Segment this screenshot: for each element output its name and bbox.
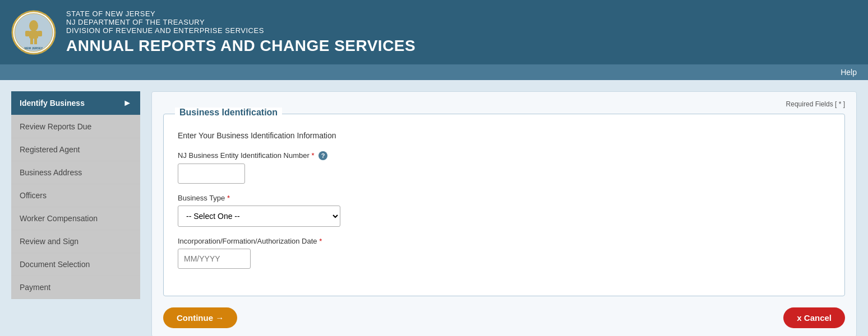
incorporation-date-label: Incorporation/Formation/Authorization Da… bbox=[178, 237, 830, 245]
sidebar-arrow-identify-business: ► bbox=[123, 98, 132, 108]
sidebar-label-worker-compensation: Worker Compensation bbox=[20, 214, 98, 223]
header-text: State of New Jersey NJ Department of the… bbox=[66, 10, 415, 55]
help-bar: Help bbox=[0, 64, 868, 80]
card-subtitle: Enter Your Business Identification Infor… bbox=[178, 131, 830, 140]
sidebar-item-payment[interactable]: Payment bbox=[11, 276, 140, 299]
sidebar-label-registered-agent: Registered Agent bbox=[20, 145, 80, 154]
content-area: Required Fields [ * ] Business Identific… bbox=[151, 91, 857, 336]
svg-point-2 bbox=[29, 20, 38, 31]
header-line3: Division of Revenue and Enterprise Servi… bbox=[66, 26, 415, 35]
entity-id-input[interactable] bbox=[178, 164, 245, 184]
svg-rect-3 bbox=[29, 31, 38, 39]
sidebar-item-business-address[interactable]: Business Address bbox=[11, 161, 140, 184]
required-fields-note: Required Fields [ * ] bbox=[163, 100, 845, 108]
sidebar-label-identify-business: Identify Business bbox=[20, 99, 85, 108]
continue-button[interactable]: Continue → bbox=[163, 307, 237, 328]
entity-id-required-star: * bbox=[310, 151, 315, 160]
svg-rect-5 bbox=[38, 31, 42, 36]
sidebar-item-review-and-sign[interactable]: Review and Sign bbox=[11, 230, 140, 253]
sidebar-item-document-selection[interactable]: Document Selection bbox=[11, 253, 140, 276]
svg-rect-6 bbox=[30, 39, 33, 44]
sidebar-item-identify-business[interactable]: Identify Business ► bbox=[11, 91, 140, 115]
header-line1: State of New Jersey bbox=[66, 10, 415, 18]
entity-id-group: NJ Business Entity Identification Number… bbox=[178, 151, 830, 184]
sidebar-item-worker-compensation[interactable]: Worker Compensation bbox=[11, 207, 140, 230]
incorporation-date-required-star: * bbox=[317, 237, 322, 245]
business-type-group: Business Type * -- Select One -- Corpora… bbox=[178, 194, 830, 227]
sidebar-label-document-selection: Document Selection bbox=[20, 260, 90, 269]
help-link[interactable]: Help bbox=[841, 68, 857, 77]
business-type-label: Business Type * bbox=[178, 194, 830, 202]
entity-id-info-icon[interactable]: ? bbox=[318, 151, 327, 160]
main-layout: Identify Business ► Review Reports Due R… bbox=[0, 80, 868, 336]
header-line2: NJ Department of the Treasury bbox=[66, 18, 415, 26]
business-type-required-star: * bbox=[225, 194, 230, 202]
bottom-buttons: Continue → x Cancel bbox=[163, 307, 845, 328]
card-title: Business Identification bbox=[175, 108, 282, 118]
svg-rect-4 bbox=[25, 31, 30, 36]
business-type-select[interactable]: -- Select One -- Corporation LLC Partner… bbox=[178, 206, 340, 227]
header: NEW JERSEY State of New Jersey NJ Depart… bbox=[0, 0, 868, 64]
incorporation-date-group: Incorporation/Formation/Authorization Da… bbox=[178, 237, 830, 269]
sidebar-label-payment: Payment bbox=[20, 283, 50, 292]
sidebar-label-review-reports-due: Review Reports Due bbox=[20, 122, 91, 131]
sidebar: Identify Business ► Review Reports Due R… bbox=[11, 91, 140, 336]
cancel-button[interactable]: x Cancel bbox=[783, 307, 845, 328]
svg-rect-7 bbox=[34, 39, 37, 44]
nj-seal-logo: NEW JERSEY bbox=[11, 10, 56, 55]
incorporation-date-input[interactable] bbox=[178, 249, 251, 269]
sidebar-label-review-and-sign: Review and Sign bbox=[20, 237, 79, 246]
sidebar-item-officers[interactable]: Officers bbox=[11, 184, 140, 207]
sidebar-label-business-address: Business Address bbox=[20, 168, 82, 177]
business-identification-card: Business Identification Enter Your Busin… bbox=[163, 114, 845, 296]
sidebar-item-review-reports-due[interactable]: Review Reports Due bbox=[11, 115, 140, 138]
sidebar-item-registered-agent[interactable]: Registered Agent bbox=[11, 138, 140, 161]
entity-id-label: NJ Business Entity Identification Number… bbox=[178, 151, 830, 160]
header-line4: Annual Reports and Change Services bbox=[66, 37, 415, 55]
svg-text:NEW JERSEY: NEW JERSEY bbox=[25, 46, 43, 50]
sidebar-label-officers: Officers bbox=[20, 191, 47, 200]
